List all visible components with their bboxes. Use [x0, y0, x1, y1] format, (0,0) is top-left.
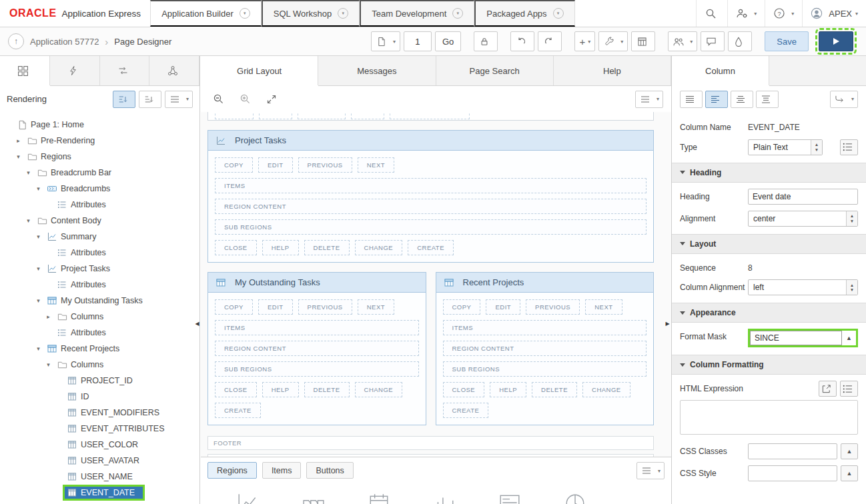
create-menu-button[interactable]: +▾ [574, 31, 595, 51]
team-menu-button[interactable]: ▾ [668, 31, 697, 51]
tree-toggle-icon[interactable]: ▾ [34, 345, 43, 352]
tree-item-content-body[interactable]: ▾Content Body [0, 213, 199, 229]
order-by-sequence-button[interactable] [113, 91, 135, 108]
gallery-pie-icon[interactable] [564, 492, 586, 504]
tree-item-user-name[interactable]: USER_NAME [0, 469, 199, 485]
tree-item-id[interactable]: ID [0, 389, 199, 405]
redo-button[interactable] [538, 31, 562, 51]
tree-item-event-date[interactable]: EVENT_DATE [0, 485, 199, 501]
alignment-select[interactable]: center▲▼ [748, 211, 858, 227]
html-expression-textarea[interactable] [680, 400, 858, 435]
gallery-menu-button[interactable]: ▾ [636, 462, 665, 479]
gallery-form-icon[interactable] [498, 492, 521, 504]
order-alphabetical-button[interactable] [139, 91, 161, 108]
layout-items-slot[interactable]: ITEMS [215, 178, 646, 193]
layout-menu-button[interactable]: ▾ [635, 91, 663, 108]
layout-items-slot[interactable]: ITEMS [443, 320, 647, 335]
layout-change-slot[interactable]: CHANGE [355, 382, 403, 397]
stepper-icon[interactable]: ▲▼ [811, 140, 822, 155]
gallery-breadcrumb-icon[interactable] [302, 492, 325, 504]
go-button[interactable]: Go [435, 31, 461, 51]
tree-item-pre-rendering[interactable]: ▸Pre-Rendering [0, 133, 199, 149]
help-menu-button[interactable]: ?▾ [765, 0, 802, 27]
gallery-bars-icon[interactable] [433, 492, 456, 504]
layout-sub-regions-slot[interactable]: SUB REGIONS [215, 361, 419, 377]
chevron-down-icon[interactable]: ▾ [338, 8, 348, 19]
shared-components-tab[interactable] [149, 56, 199, 85]
tree-item-attributes[interactable]: Attributes [0, 245, 199, 261]
css-style-input[interactable] [748, 465, 837, 481]
tree-toggle-icon[interactable]: ▾ [34, 297, 43, 304]
app-home-button[interactable]: ↑ [8, 33, 24, 49]
tree-item-project-tasks[interactable]: ▾Project Tasks [0, 261, 199, 277]
breadcrumb-application[interactable]: Application 57772 [30, 37, 99, 47]
type-select[interactable]: Plain Text▲▼ [748, 139, 823, 155]
show-all-button[interactable] [680, 91, 703, 108]
layout-edit-slot[interactable]: EDIT [258, 157, 293, 173]
tree-toggle-icon[interactable]: ▸ [44, 313, 53, 320]
tab-grid-layout[interactable]: Grid Layout [201, 56, 318, 85]
zoom-in-button[interactable] [236, 91, 257, 108]
type-quick-pick-button[interactable] [840, 139, 858, 155]
tree-menu-button[interactable]: ▾ [165, 91, 193, 108]
expand-all-button[interactable] [756, 91, 779, 108]
grid-view-button[interactable] [631, 31, 655, 51]
collapse-all-button[interactable] [731, 91, 753, 108]
tree-item-project-id[interactable]: PROJECT_ID [0, 373, 199, 389]
region-recent-projects[interactable]: Recent ProjectsCOPYEDITPREVIOUSNEXTITEMS… [436, 272, 655, 425]
undo-button[interactable] [510, 31, 534, 51]
tree-item-summary[interactable]: ▾Summary [0, 229, 199, 245]
tree-toggle-icon[interactable]: ▾ [34, 185, 43, 192]
save-button[interactable]: Save [765, 31, 809, 51]
top-tab-team-development[interactable]: Team Development▾ [360, 0, 474, 27]
zoom-out-button[interactable] [209, 91, 230, 108]
utilities-menu-button[interactable]: ▾ [598, 31, 628, 51]
layout-create-slot[interactable]: CREATE [408, 240, 454, 255]
layout-delete-slot[interactable]: DELETE [304, 240, 350, 255]
layout-close-slot[interactable]: CLOSE [215, 382, 257, 397]
layout-help-slot[interactable]: HELP [262, 382, 299, 397]
section-appearance[interactable]: Appearance [672, 303, 866, 323]
css-classes-input[interactable] [748, 443, 837, 459]
layout-help-slot[interactable]: HELP [490, 382, 526, 397]
tree-toggle-icon[interactable]: ▾ [14, 153, 23, 160]
layout-previous-slot[interactable]: PREVIOUS [526, 299, 580, 315]
tree-item-user-color[interactable]: USER_COLOR [0, 437, 199, 453]
tree-toggle-icon[interactable]: ▾ [34, 233, 43, 240]
show-common-button[interactable] [705, 91, 728, 108]
layout-change-slot[interactable]: CHANGE [355, 240, 403, 255]
gallery-tab-buttons[interactable]: Buttons [306, 462, 353, 479]
stepper-icon[interactable]: ▲▼ [846, 211, 857, 226]
layout-next-slot[interactable]: NEXT [585, 299, 622, 315]
rendering-tab[interactable] [0, 56, 50, 85]
region-my-outstanding-tasks[interactable]: My Outstanding TasksCOPYEDITPREVIOUSNEXT… [207, 272, 426, 425]
chevron-down-icon[interactable]: ▾ [240, 8, 250, 19]
css-style-collapse-button[interactable]: ▲ [841, 465, 858, 481]
gallery-tab-regions[interactable]: Regions [207, 462, 257, 479]
tree-item-columns[interactable]: ▸Columns [0, 309, 199, 325]
expand-button[interactable] [262, 91, 284, 108]
top-tab-application-builder[interactable]: Application Builder▾ [150, 0, 262, 27]
layout-edit-slot[interactable]: EDIT [258, 299, 293, 315]
page-selector-button[interactable]: ▾ [371, 31, 400, 51]
chevron-down-icon[interactable]: ▾ [452, 8, 463, 19]
layout-copy-slot[interactable]: COPY [215, 299, 253, 315]
gallery-calendar-icon[interactable] [368, 492, 390, 504]
tree-toggle-icon[interactable]: ▸ [14, 137, 23, 144]
layout-next-slot[interactable]: NEXT [358, 299, 394, 315]
format-mask-collapse-button[interactable]: ▲ [842, 331, 856, 345]
format-mask-input[interactable] [750, 331, 842, 345]
tree-toggle-icon[interactable]: ▾ [34, 265, 43, 272]
layout-region-content-slot[interactable]: REGION CONTENT [215, 199, 646, 214]
tab-page-search[interactable]: Page Search [436, 56, 554, 85]
admin-menu-button[interactable]: ▾ [727, 0, 765, 27]
layout-region-content-slot[interactable]: REGION CONTENT [443, 341, 647, 356]
tree-toggle-icon[interactable]: ▾ [44, 361, 53, 368]
tree-item-attributes[interactable]: Attributes [0, 325, 199, 341]
layout-region-content-slot[interactable]: REGION CONTENT [215, 341, 419, 356]
footer-slot[interactable]: FOOTER [207, 436, 654, 450]
layout-sub-regions-slot[interactable]: SUB REGIONS [443, 361, 647, 377]
layout-close-slot[interactable]: CLOSE [215, 240, 257, 255]
top-tab-sql-workshop[interactable]: SQL Workshop▾ [262, 0, 360, 27]
tree-item-user-avatar[interactable]: USER_AVATAR [0, 453, 199, 469]
